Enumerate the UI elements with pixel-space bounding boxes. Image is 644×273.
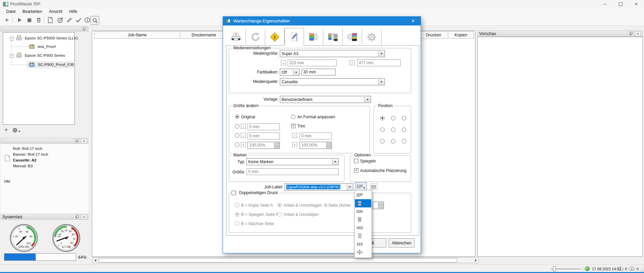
media-size-combo[interactable]: Super A3: [280, 50, 385, 57]
mirror-label[interactable]: Spiegeln: [360, 159, 376, 164]
trim-label[interactable]: Trim: [297, 124, 305, 129]
copy-side-a-radio[interactable]: [235, 203, 239, 207]
column-header-drucken[interactable]: Drucken: [419, 31, 448, 39]
menu-hilfe[interactable]: Hilfe: [66, 9, 81, 14]
start-button[interactable]: [16, 16, 24, 24]
position-radio-tl[interactable]: [380, 116, 385, 120]
horizontal-scrollbar[interactable]: [92, 257, 479, 263]
dialog-close-button[interactable]: ×: [406, 17, 421, 25]
duplex-title[interactable]: Doppelseitigen Druck: [238, 190, 279, 195]
scroll-left-button[interactable]: [93, 258, 98, 263]
tab-printer-setup[interactable]: ?: [226, 29, 246, 45]
new-job-button[interactable]: [46, 16, 54, 24]
stop-button[interactable]: [25, 16, 33, 24]
tab-color-output[interactable]: [343, 29, 362, 45]
trim-checkbox[interactable]: [291, 124, 295, 128]
layout-option-three-rows[interactable]: [355, 232, 371, 240]
layout-option-wide-right[interactable]: [355, 207, 371, 216]
close-panel-icon[interactable]: ×: [81, 139, 87, 143]
work-turn-radio[interactable]: [277, 203, 282, 207]
fit-format-radio[interactable]: [291, 115, 295, 119]
add-queue-button[interactable]: +: [3, 16, 11, 24]
column-header-jobname[interactable]: Job-Name: [94, 31, 180, 39]
original-label[interactable]: Original: [241, 115, 255, 119]
close-button[interactable]: ×: [628, 0, 644, 8]
position-radio-br[interactable]: [402, 139, 406, 143]
layout-option-stacked[interactable]: [355, 216, 371, 224]
expand-toggle[interactable]: −: [10, 54, 14, 58]
scale-y-spinner[interactable]: 100,00%: [300, 142, 332, 149]
marks-type-combo[interactable]: Keine Marken: [247, 158, 339, 165]
tab-refresh[interactable]: [246, 29, 265, 45]
tab-color-conversion[interactable]: [323, 29, 343, 45]
menu-ansicht[interactable]: Ansicht: [46, 9, 66, 14]
resize-grip[interactable]: [639, 267, 643, 272]
layout-option-cross[interactable]: [355, 248, 371, 256]
apply-button[interactable]: [74, 16, 83, 24]
add-printer-button[interactable]: +: [3, 126, 10, 133]
mirror-checkbox[interactable]: [354, 159, 358, 163]
position-radio-tc[interactable]: [391, 116, 395, 120]
position-radio-bl[interactable]: [380, 139, 385, 143]
width-radio[interactable]: [235, 124, 239, 129]
scale-radio[interactable]: [235, 142, 239, 147]
maximize-button[interactable]: [613, 0, 628, 8]
column-header-kopien[interactable]: Kopien: [448, 31, 474, 39]
layout-option-page-below-selected[interactable]: [355, 199, 371, 207]
scroll-right-button[interactable]: [473, 258, 478, 263]
auto-placement-checkbox[interactable]: [354, 168, 358, 173]
template-combo[interactable]: Benutzerdefiniert: [280, 96, 371, 103]
width2-radio[interactable]: [235, 133, 239, 138]
tree-item-printer[interactable]: Epson SC-P900 Series: [25, 53, 65, 57]
search-button[interactable]: [90, 16, 99, 25]
close-panel-icon[interactable]: ×: [635, 31, 641, 36]
work-tumble-radio[interactable]: [277, 212, 282, 217]
scrollbar-thumb[interactable]: [99, 258, 457, 262]
position-radio-ml[interactable]: [380, 127, 385, 132]
job-label-combo[interactable]: Ugra/FOGRA strip v3.0 (CMYK): [285, 183, 353, 191]
b-side-density-spinner[interactable]: [373, 202, 384, 209]
column-header-druckername[interactable]: Druckername: [180, 31, 228, 39]
label-position-alt-button[interactable]: [370, 183, 377, 190]
delete-button[interactable]: [35, 16, 43, 24]
next-page-radio[interactable]: [235, 221, 239, 226]
tree-item-queue[interactable]: test_Proof: [38, 45, 55, 49]
undock-icon[interactable]: [81, 27, 87, 32]
undock-icon[interactable]: [74, 139, 80, 143]
original-radio[interactable]: [235, 115, 239, 119]
fit-format-label[interactable]: An Format anpassen: [297, 115, 335, 119]
label-position-menu-button[interactable]: [355, 182, 367, 191]
tab-media-active[interactable]: [285, 28, 304, 46]
color-bar-offset-field[interactable]: 30 mm: [302, 69, 336, 75]
undock-icon[interactable]: [74, 215, 80, 219]
calibration-button[interactable]: [56, 16, 64, 24]
duplex-checkbox[interactable]: [232, 191, 236, 195]
position-radio-mr[interactable]: [402, 127, 406, 132]
tree-item-printer[interactable]: Epson SC-P5000 Series (LLK): [25, 36, 78, 40]
mirror-side-a-radio[interactable]: [235, 212, 239, 217]
edit-button[interactable]: [65, 16, 73, 24]
printer-settings-button[interactable]: [12, 127, 22, 133]
zoom-slider-handle[interactable]: [553, 266, 556, 271]
layout-option-three-columns[interactable]: [355, 240, 371, 248]
expand-toggle[interactable]: −: [10, 37, 14, 40]
scale-x-spinner[interactable]: 100,00%: [248, 142, 280, 149]
position-radio-mc[interactable]: [391, 127, 395, 132]
tab-color-input[interactable]: [304, 29, 323, 45]
undock-icon[interactable]: [628, 31, 634, 36]
position-radio-tr[interactable]: [402, 116, 406, 120]
tab-settings[interactable]: [362, 29, 382, 45]
minimize-button[interactable]: [597, 0, 613, 8]
cancel-button[interactable]: Abbrechen: [389, 238, 414, 248]
menu-bearbeiten[interactable]: Bearbeiten: [19, 9, 46, 14]
auto-placement-label[interactable]: Automatische Platzierung: [360, 168, 406, 173]
color-bar-combo[interactable]: Off: [280, 69, 300, 76]
position-radio-bc[interactable]: [391, 139, 395, 143]
menu-datei[interactable]: Datei: [3, 9, 19, 14]
close-panel-icon[interactable]: ×: [81, 215, 87, 219]
media-source-combo[interactable]: Cassette: [280, 78, 385, 85]
tree-item-queue-selected[interactable]: SC-P900_Proof_F39: [38, 63, 74, 67]
layout-option-page-right[interactable]: [355, 191, 371, 199]
layout-option-left-small[interactable]: [355, 224, 371, 232]
tab-warnings[interactable]: !: [265, 29, 285, 45]
